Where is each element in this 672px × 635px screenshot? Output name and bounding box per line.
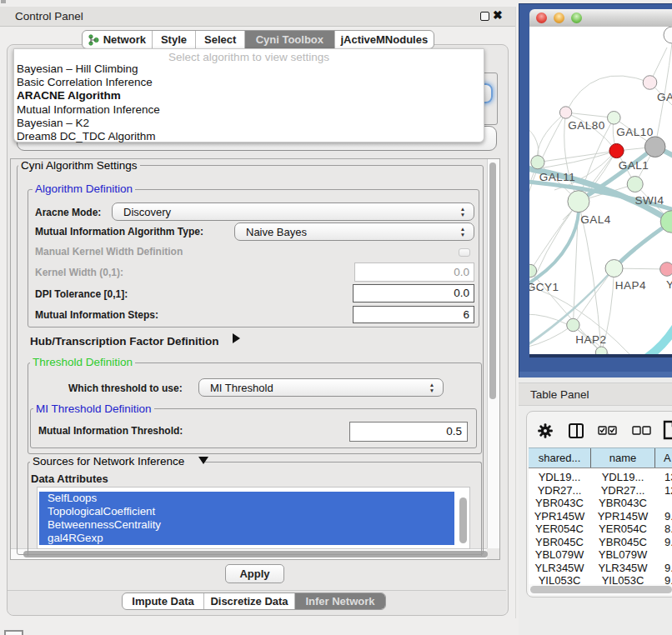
svg-text:GAL7: GAL7 bbox=[657, 91, 672, 103]
svg-text:GCY1: GCY1 bbox=[529, 281, 559, 293]
svg-text:Y: Y bbox=[666, 278, 672, 291]
svg-text:GAL80: GAL80 bbox=[568, 119, 605, 132]
svg-text:HAP2: HAP2 bbox=[575, 333, 606, 346]
svg-text:GAL10: GAL10 bbox=[616, 126, 654, 138]
svg-text:GAL11: GAL11 bbox=[539, 171, 576, 183]
svg-text:SWI4: SWI4 bbox=[634, 194, 664, 207]
svg-text:GAL1: GAL1 bbox=[619, 159, 649, 172]
svg-text:HAP4: HAP4 bbox=[615, 279, 646, 292]
svg-text:GAL4: GAL4 bbox=[580, 213, 611, 226]
